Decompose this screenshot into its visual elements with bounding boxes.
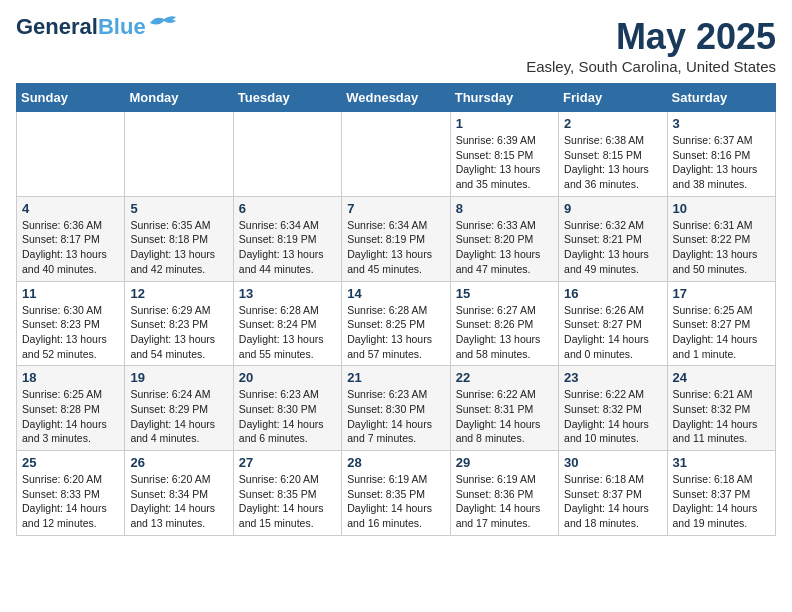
logo-bird-icon xyxy=(148,13,178,33)
calendar-cell: 11Sunrise: 6:30 AM Sunset: 8:23 PM Dayli… xyxy=(17,281,125,366)
day-info: Sunrise: 6:28 AM Sunset: 8:25 PM Dayligh… xyxy=(347,303,444,362)
calendar-cell: 3Sunrise: 6:37 AM Sunset: 8:16 PM Daylig… xyxy=(667,112,775,197)
calendar-cell: 24Sunrise: 6:21 AM Sunset: 8:32 PM Dayli… xyxy=(667,366,775,451)
day-number: 28 xyxy=(347,455,444,470)
day-info: Sunrise: 6:26 AM Sunset: 8:27 PM Dayligh… xyxy=(564,303,661,362)
calendar-cell: 16Sunrise: 6:26 AM Sunset: 8:27 PM Dayli… xyxy=(559,281,667,366)
calendar-week-row: 18Sunrise: 6:25 AM Sunset: 8:28 PM Dayli… xyxy=(17,366,776,451)
calendar-cell: 8Sunrise: 6:33 AM Sunset: 8:20 PM Daylig… xyxy=(450,196,558,281)
day-info: Sunrise: 6:33 AM Sunset: 8:20 PM Dayligh… xyxy=(456,218,553,277)
day-number: 13 xyxy=(239,286,336,301)
location: Easley, South Carolina, United States xyxy=(526,58,776,75)
day-number: 25 xyxy=(22,455,119,470)
day-info: Sunrise: 6:37 AM Sunset: 8:16 PM Dayligh… xyxy=(673,133,770,192)
calendar-cell: 5Sunrise: 6:35 AM Sunset: 8:18 PM Daylig… xyxy=(125,196,233,281)
day-number: 3 xyxy=(673,116,770,131)
calendar-cell: 27Sunrise: 6:20 AM Sunset: 8:35 PM Dayli… xyxy=(233,451,341,536)
calendar-cell: 19Sunrise: 6:24 AM Sunset: 8:29 PM Dayli… xyxy=(125,366,233,451)
header-sunday: Sunday xyxy=(17,84,125,112)
calendar-cell: 26Sunrise: 6:20 AM Sunset: 8:34 PM Dayli… xyxy=(125,451,233,536)
day-info: Sunrise: 6:21 AM Sunset: 8:32 PM Dayligh… xyxy=(673,387,770,446)
calendar-cell: 9Sunrise: 6:32 AM Sunset: 8:21 PM Daylig… xyxy=(559,196,667,281)
calendar-cell: 23Sunrise: 6:22 AM Sunset: 8:32 PM Dayli… xyxy=(559,366,667,451)
logo-text: GeneralBlue xyxy=(16,16,146,38)
month-title: May 2025 xyxy=(526,16,776,58)
day-number: 23 xyxy=(564,370,661,385)
calendar-week-row: 25Sunrise: 6:20 AM Sunset: 8:33 PM Dayli… xyxy=(17,451,776,536)
day-info: Sunrise: 6:28 AM Sunset: 8:24 PM Dayligh… xyxy=(239,303,336,362)
calendar-cell: 28Sunrise: 6:19 AM Sunset: 8:35 PM Dayli… xyxy=(342,451,450,536)
calendar-cell: 31Sunrise: 6:18 AM Sunset: 8:37 PM Dayli… xyxy=(667,451,775,536)
calendar-cell: 10Sunrise: 6:31 AM Sunset: 8:22 PM Dayli… xyxy=(667,196,775,281)
logo: GeneralBlue xyxy=(16,16,178,38)
day-info: Sunrise: 6:32 AM Sunset: 8:21 PM Dayligh… xyxy=(564,218,661,277)
calendar-cell xyxy=(233,112,341,197)
calendar-week-row: 1Sunrise: 6:39 AM Sunset: 8:15 PM Daylig… xyxy=(17,112,776,197)
calendar-cell xyxy=(342,112,450,197)
day-info: Sunrise: 6:39 AM Sunset: 8:15 PM Dayligh… xyxy=(456,133,553,192)
day-info: Sunrise: 6:27 AM Sunset: 8:26 PM Dayligh… xyxy=(456,303,553,362)
calendar-header-row: SundayMondayTuesdayWednesdayThursdayFrid… xyxy=(17,84,776,112)
day-info: Sunrise: 6:38 AM Sunset: 8:15 PM Dayligh… xyxy=(564,133,661,192)
day-info: Sunrise: 6:34 AM Sunset: 8:19 PM Dayligh… xyxy=(239,218,336,277)
calendar-cell: 1Sunrise: 6:39 AM Sunset: 8:15 PM Daylig… xyxy=(450,112,558,197)
day-number: 16 xyxy=(564,286,661,301)
calendar-cell: 17Sunrise: 6:25 AM Sunset: 8:27 PM Dayli… xyxy=(667,281,775,366)
header-friday: Friday xyxy=(559,84,667,112)
day-info: Sunrise: 6:30 AM Sunset: 8:23 PM Dayligh… xyxy=(22,303,119,362)
calendar-cell: 13Sunrise: 6:28 AM Sunset: 8:24 PM Dayli… xyxy=(233,281,341,366)
calendar-cell: 20Sunrise: 6:23 AM Sunset: 8:30 PM Dayli… xyxy=(233,366,341,451)
calendar-cell: 7Sunrise: 6:34 AM Sunset: 8:19 PM Daylig… xyxy=(342,196,450,281)
day-number: 5 xyxy=(130,201,227,216)
day-info: Sunrise: 6:22 AM Sunset: 8:32 PM Dayligh… xyxy=(564,387,661,446)
calendar-cell: 6Sunrise: 6:34 AM Sunset: 8:19 PM Daylig… xyxy=(233,196,341,281)
day-number: 9 xyxy=(564,201,661,216)
day-info: Sunrise: 6:31 AM Sunset: 8:22 PM Dayligh… xyxy=(673,218,770,277)
calendar-cell: 30Sunrise: 6:18 AM Sunset: 8:37 PM Dayli… xyxy=(559,451,667,536)
day-info: Sunrise: 6:19 AM Sunset: 8:35 PM Dayligh… xyxy=(347,472,444,531)
day-number: 4 xyxy=(22,201,119,216)
day-number: 17 xyxy=(673,286,770,301)
calendar-table: SundayMondayTuesdayWednesdayThursdayFrid… xyxy=(16,83,776,536)
day-info: Sunrise: 6:20 AM Sunset: 8:33 PM Dayligh… xyxy=(22,472,119,531)
title-block: May 2025 Easley, South Carolina, United … xyxy=(526,16,776,75)
day-info: Sunrise: 6:24 AM Sunset: 8:29 PM Dayligh… xyxy=(130,387,227,446)
header-wednesday: Wednesday xyxy=(342,84,450,112)
calendar-cell: 14Sunrise: 6:28 AM Sunset: 8:25 PM Dayli… xyxy=(342,281,450,366)
calendar-cell: 22Sunrise: 6:22 AM Sunset: 8:31 PM Dayli… xyxy=(450,366,558,451)
day-info: Sunrise: 6:20 AM Sunset: 8:34 PM Dayligh… xyxy=(130,472,227,531)
day-info: Sunrise: 6:25 AM Sunset: 8:27 PM Dayligh… xyxy=(673,303,770,362)
day-info: Sunrise: 6:18 AM Sunset: 8:37 PM Dayligh… xyxy=(564,472,661,531)
day-info: Sunrise: 6:23 AM Sunset: 8:30 PM Dayligh… xyxy=(239,387,336,446)
day-number: 8 xyxy=(456,201,553,216)
day-number: 19 xyxy=(130,370,227,385)
day-number: 7 xyxy=(347,201,444,216)
calendar-cell: 25Sunrise: 6:20 AM Sunset: 8:33 PM Dayli… xyxy=(17,451,125,536)
day-number: 11 xyxy=(22,286,119,301)
day-number: 27 xyxy=(239,455,336,470)
day-info: Sunrise: 6:22 AM Sunset: 8:31 PM Dayligh… xyxy=(456,387,553,446)
calendar-cell: 12Sunrise: 6:29 AM Sunset: 8:23 PM Dayli… xyxy=(125,281,233,366)
header-thursday: Thursday xyxy=(450,84,558,112)
day-number: 24 xyxy=(673,370,770,385)
calendar-cell: 29Sunrise: 6:19 AM Sunset: 8:36 PM Dayli… xyxy=(450,451,558,536)
page-header: GeneralBlue May 2025 Easley, South Carol… xyxy=(16,16,776,75)
day-info: Sunrise: 6:36 AM Sunset: 8:17 PM Dayligh… xyxy=(22,218,119,277)
day-number: 2 xyxy=(564,116,661,131)
header-saturday: Saturday xyxy=(667,84,775,112)
day-number: 22 xyxy=(456,370,553,385)
day-number: 15 xyxy=(456,286,553,301)
calendar-cell: 21Sunrise: 6:23 AM Sunset: 8:30 PM Dayli… xyxy=(342,366,450,451)
day-number: 21 xyxy=(347,370,444,385)
day-info: Sunrise: 6:29 AM Sunset: 8:23 PM Dayligh… xyxy=(130,303,227,362)
day-number: 1 xyxy=(456,116,553,131)
day-number: 20 xyxy=(239,370,336,385)
calendar-cell: 18Sunrise: 6:25 AM Sunset: 8:28 PM Dayli… xyxy=(17,366,125,451)
calendar-week-row: 11Sunrise: 6:30 AM Sunset: 8:23 PM Dayli… xyxy=(17,281,776,366)
day-info: Sunrise: 6:20 AM Sunset: 8:35 PM Dayligh… xyxy=(239,472,336,531)
day-info: Sunrise: 6:25 AM Sunset: 8:28 PM Dayligh… xyxy=(22,387,119,446)
day-number: 10 xyxy=(673,201,770,216)
calendar-week-row: 4Sunrise: 6:36 AM Sunset: 8:17 PM Daylig… xyxy=(17,196,776,281)
day-info: Sunrise: 6:18 AM Sunset: 8:37 PM Dayligh… xyxy=(673,472,770,531)
day-info: Sunrise: 6:23 AM Sunset: 8:30 PM Dayligh… xyxy=(347,387,444,446)
